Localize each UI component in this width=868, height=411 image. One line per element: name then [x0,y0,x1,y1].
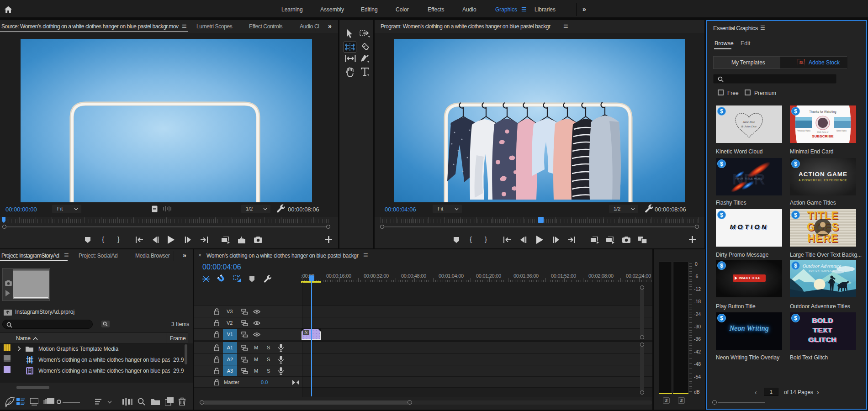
svg-text:Jane Doe: Jane Doe [743,120,755,124]
svg-text:YOUR TITLE HERE: YOUR TITLE HERE [735,177,762,180]
svg-text:Thanks for Watching: Thanks for Watching [809,110,836,114]
svg-text:Outdoor Adventure: Outdoor Adventure [803,263,842,269]
svg-text:Next Video: Next Video [836,130,847,132]
svg-text:Click here or: Click here or [817,131,829,133]
svg-text:MOTION TEMPLATE: MOTION TEMPLATE [809,270,835,272]
svg-text:& John Doe: & John Doe [741,125,757,128]
svg-text:Previous Video: Previous Video [797,130,811,132]
svg-text:SUBSCRIBE: SUBSCRIBE [812,134,834,138]
